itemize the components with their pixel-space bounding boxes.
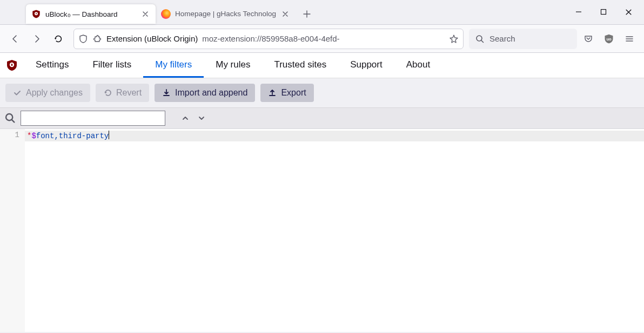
ghacks-favicon <box>161 9 171 19</box>
window-minimize-button[interactable] <box>566 1 591 23</box>
tab-title: uBlock₀ — Dashboard <box>45 10 136 18</box>
svg-text:uo: uo <box>606 36 612 41</box>
code-line: *$font,third-party <box>27 131 110 141</box>
check-icon <box>13 89 22 97</box>
editor-search-row <box>0 107 644 129</box>
shield-icon[interactable] <box>78 34 88 44</box>
browser-tab-inactive[interactable]: Homepage | gHacks Technolog <box>156 4 296 24</box>
url-text: moz-extension://859958a8-e004-4efd- <box>202 34 445 43</box>
search-prev-button[interactable] <box>179 112 191 124</box>
tab-filter-lists[interactable]: Filter lists <box>81 53 143 78</box>
pocket-icon[interactable] <box>579 30 598 48</box>
reload-button[interactable] <box>49 29 68 49</box>
search-bar[interactable]: Search <box>469 29 577 49</box>
url-bar[interactable]: Extension (uBlock Origin) moz-extension:… <box>73 29 464 49</box>
button-label: Import and append <box>175 88 247 98</box>
window-close-button[interactable] <box>616 1 641 23</box>
code-area[interactable]: *$font,third-party <box>25 129 644 332</box>
search-placeholder: Search <box>489 34 515 43</box>
svg-rect-2 <box>601 10 606 15</box>
search-icon <box>4 112 16 124</box>
text-cursor <box>109 131 109 139</box>
tab-my-filters[interactable]: My filters <box>143 53 204 78</box>
apply-changes-button: Apply changes <box>5 84 90 102</box>
forward-button[interactable] <box>27 29 46 49</box>
button-label: Revert <box>116 88 142 98</box>
window-controls <box>566 0 641 24</box>
dashboard-nav: Settings Filter lists My filters My rule… <box>0 53 644 78</box>
hamburger-menu-icon[interactable] <box>620 30 639 48</box>
line-number: 1 <box>0 131 19 139</box>
svg-rect-1 <box>36 13 37 14</box>
filter-editor[interactable]: 1 *$font,third-party <box>0 129 644 332</box>
identity-label: Extension (uBlock Origin) <box>106 34 198 43</box>
tab-my-rules[interactable]: My rules <box>204 53 262 78</box>
undo-icon <box>103 89 112 97</box>
tab-settings[interactable]: Settings <box>24 53 81 78</box>
back-button[interactable] <box>5 29 25 49</box>
new-tab-button[interactable] <box>299 6 315 22</box>
bookmark-star-icon[interactable] <box>449 34 459 44</box>
revert-button: Revert <box>96 84 149 102</box>
export-button[interactable]: Export <box>260 84 313 102</box>
extension-icon <box>92 34 102 44</box>
tab-close-button[interactable] <box>140 9 150 19</box>
browser-tab-active[interactable]: uBlock₀ — Dashboard <box>26 4 156 24</box>
line-gutter: 1 <box>0 129 25 332</box>
ublock-favicon <box>31 9 41 19</box>
tab-support[interactable]: Support <box>338 53 394 78</box>
editor-search-input[interactable] <box>21 111 165 126</box>
code-token-dollar: $ <box>31 132 36 140</box>
tab-close-button[interactable] <box>280 9 290 19</box>
navigation-bar: Extension (uBlock Origin) moz-extension:… <box>0 25 644 53</box>
actions-toolbar: Apply changes Revert Import and append E… <box>0 78 644 107</box>
download-icon <box>162 89 171 97</box>
search-icon <box>475 35 484 43</box>
code-token-options: font,third-party <box>36 132 109 140</box>
svg-rect-6 <box>11 64 12 66</box>
search-next-button[interactable] <box>196 112 207 124</box>
ublock-toolbar-icon[interactable]: uo <box>600 30 618 48</box>
button-label: Export <box>281 88 306 98</box>
tab-about[interactable]: About <box>394 53 442 78</box>
tab-title: Homepage | gHacks Technolog <box>175 10 276 18</box>
button-label: Apply changes <box>26 88 83 98</box>
browser-tab-strip: uBlock₀ — Dashboard Homepage | gHacks Te… <box>0 0 644 25</box>
import-button[interactable]: Import and append <box>155 84 255 102</box>
window-maximize-button[interactable] <box>591 1 616 23</box>
ublock-logo <box>0 59 24 72</box>
upload-icon <box>268 89 277 97</box>
tab-trusted-sites[interactable]: Trusted sites <box>262 53 338 78</box>
